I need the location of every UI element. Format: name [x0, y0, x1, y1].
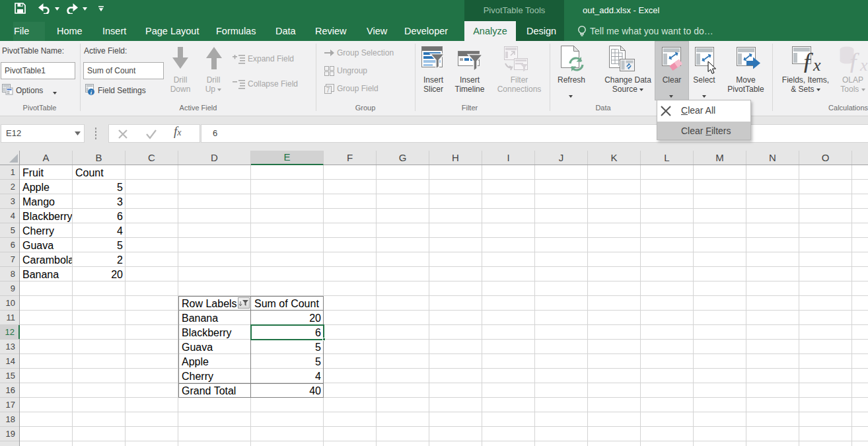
- svg-text:7: 7: [326, 87, 330, 94]
- svg-text:f: f: [803, 48, 813, 73]
- svg-text:x: x: [859, 56, 868, 73]
- svg-text:x: x: [813, 56, 821, 73]
- svg-text:f: f: [850, 48, 859, 73]
